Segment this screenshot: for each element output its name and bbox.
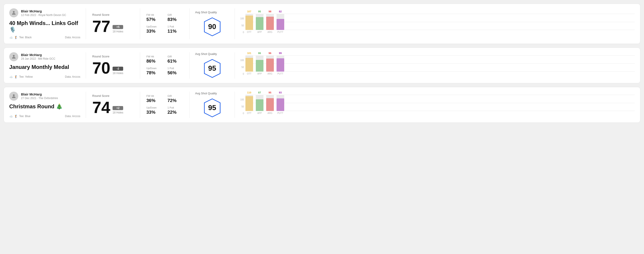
bar-x-label: APP	[257, 112, 262, 114]
round-left: Blair McHarg 12 Feb 2022 · Royal North D…	[9, 8, 86, 39]
weather-icon: ☁️	[9, 75, 13, 79]
bar-group-putt: 82 PUTT	[276, 14, 284, 33]
stats-grid: FW Hit 36% GIR 72% Up/Down 33% 1 Putt 22…	[146, 95, 183, 115]
y-axis-labels: 100 50 0	[240, 17, 246, 33]
quality-label: Avg Shot Quality	[195, 52, 217, 56]
data-source: Data: Arccos	[65, 75, 80, 78]
bar-value-arg: 96	[269, 52, 271, 54]
bar-group-putt: 99 PUTT	[276, 55, 284, 75]
gir-value: 61%	[168, 59, 184, 64]
bar-x-label: ARG	[268, 31, 272, 33]
bar-inner	[246, 96, 253, 111]
score-row: 77 +5 18 Holes	[92, 18, 134, 34]
chart-grid	[246, 95, 635, 111]
updown-value: 33%	[146, 110, 162, 115]
bar-group-arg: 98 ARG	[266, 14, 274, 33]
stats-grid: FW Hit 57% GIR 83% Up/Down 33% 1 Putt 11…	[146, 13, 183, 34]
score-number: 74	[92, 99, 110, 116]
bar-x-label: PUTT	[278, 31, 283, 33]
y-axis-labels: 100 50 0	[240, 59, 246, 75]
quality-section: Avg Shot Quality 95	[190, 52, 235, 79]
oneputt-label: 1 Putt	[168, 25, 184, 28]
svg-point-4	[13, 94, 15, 96]
footer-info: ☁️ 🏌️ Tee: Blue Data: Arccos	[9, 115, 80, 118]
score-row: 70 -2 18 Holes	[92, 60, 134, 76]
bar-group-app: 86 APP	[256, 55, 264, 75]
user-details: Blair McHarg 27 Dec 2021 · The Oxfordshi…	[21, 92, 58, 100]
bar-inner	[256, 60, 264, 72]
bag-icon: 🏌️	[14, 36, 18, 39]
user-meta: 12 Feb 2022 · Royal North Devon GC	[21, 13, 66, 17]
bar-value-ott: 107	[247, 10, 251, 13]
holes-label: 18 Holes	[112, 72, 123, 75]
updown-label: Up/Down	[146, 106, 162, 109]
updown-stat: Up/Down 33%	[146, 106, 162, 115]
stats-section: FW Hit 57% GIR 83% Up/Down 33% 1 Putt 11…	[140, 8, 190, 39]
bar-value-putt: 82	[279, 10, 282, 13]
chart-grid	[246, 14, 635, 30]
score-section: Round Score 77 +5 18 Holes	[86, 8, 140, 39]
data-source: Data: Arccos	[65, 36, 80, 39]
bar-outer	[276, 14, 284, 30]
updown-value: 78%	[146, 70, 162, 75]
bar-inner	[266, 98, 274, 111]
bar-inner	[246, 15, 253, 30]
user-details: Blair McHarg 12 Feb 2022 · Royal North D…	[21, 9, 66, 17]
round-score-label: Round Score	[92, 55, 134, 58]
gir-stat: GIR 83%	[168, 13, 184, 22]
user-name: Blair McHarg	[21, 92, 58, 96]
bar-value-ott: 110	[247, 91, 251, 94]
user-name: Blair McHarg	[21, 9, 66, 13]
bar-group-ott: 107 OTT	[246, 14, 253, 33]
oneputt-stat: 1 Putt 22%	[168, 106, 184, 115]
user-info: Blair McHarg 12 Feb 2022 · Royal North D…	[9, 8, 80, 17]
bar-inner	[276, 98, 284, 111]
score-number: 70	[92, 60, 110, 76]
stats-section: FW Hit 36% GIR 72% Up/Down 33% 1 Putt 22…	[140, 92, 190, 118]
score-badge-col: -2 18 Holes	[112, 67, 123, 76]
bar-inner	[276, 58, 284, 72]
user-info: Blair McHarg 27 Dec 2021 · The Oxfordshi…	[9, 92, 80, 101]
bar-group-putt: 93 PUTT	[276, 95, 284, 114]
avatar	[9, 8, 18, 17]
fw-hit-label: FW Hit	[146, 13, 162, 16]
round-left: Blair McHarg 27 Dec 2021 · The Oxfordshi…	[9, 92, 86, 118]
holes-label: 18 Holes	[112, 30, 123, 33]
y-axis-labels: 100 50 0	[240, 98, 246, 115]
oneputt-value: 11%	[168, 29, 184, 34]
bar-value-putt: 93	[279, 91, 282, 94]
fw-hit-value: 57%	[146, 17, 162, 22]
bar-group-arg: 96 ARG	[266, 55, 274, 75]
chart-section: 100 50 0 107 OT	[235, 8, 635, 39]
user-meta: 27 Dec 2021 · The Oxfordshire	[21, 97, 58, 100]
chart-grid	[246, 55, 635, 72]
bar-inner	[266, 59, 274, 72]
bag-icon: 🏌️	[14, 115, 18, 118]
oneputt-value: 22%	[168, 110, 184, 115]
tee-label: Tee: Blue	[19, 115, 30, 118]
fw-hit-label: FW Hit	[146, 55, 162, 58]
bar-inner	[266, 17, 274, 30]
fw-hit-label: FW Hit	[146, 95, 162, 97]
updown-label: Up/Down	[146, 25, 162, 28]
score-diff-badge: +2	[112, 106, 123, 110]
hexagon-container: 95	[202, 98, 222, 118]
fw-hit-stat: FW Hit 86%	[146, 55, 162, 64]
bar-group-ott: 110 OTT	[246, 95, 253, 114]
holes-label: 18 Holes	[112, 111, 123, 114]
avatar	[9, 52, 18, 61]
tee-label: Tee: Black	[19, 36, 32, 39]
footer-info: ☁️ 🏌️ Tee: Yellow Data: Arccos	[9, 75, 80, 79]
bar-outer	[266, 95, 274, 111]
svg-point-0	[13, 11, 15, 13]
bar-chart: 100 50 0 107 OT	[240, 14, 635, 33]
round-score-label: Round Score	[92, 94, 134, 98]
chart-section: 100 50 0 101 OT	[235, 52, 635, 79]
bar-group-ott: 101 OTT	[246, 55, 253, 75]
round-card: Blair McHarg 29 Jan 2022 · Mill Ride GCC…	[4, 47, 640, 83]
user-info: Blair McHarg 29 Jan 2022 · Mill Ride GCC	[9, 52, 80, 61]
avatar	[9, 92, 18, 101]
score-row: 74 +2 18 Holes	[92, 99, 134, 116]
gir-value: 72%	[168, 98, 184, 103]
bar-outer	[256, 55, 264, 72]
